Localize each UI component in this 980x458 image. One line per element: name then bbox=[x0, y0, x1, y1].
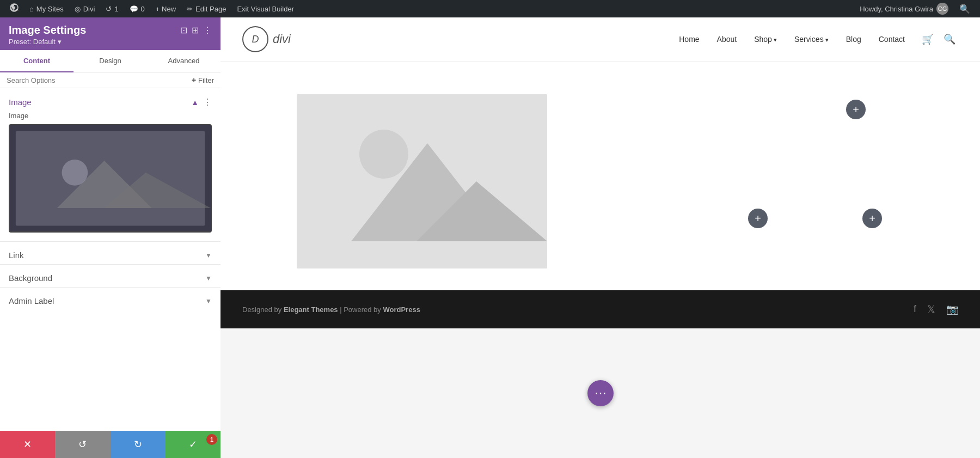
nav-shop[interactable]: Shop bbox=[746, 30, 785, 48]
divi-icon: ◎ bbox=[75, 5, 81, 13]
undo-button[interactable]: ↺ bbox=[55, 431, 110, 458]
logo-circle: D bbox=[242, 26, 268, 52]
edit-page-label: Edit Page bbox=[195, 5, 226, 13]
tab-content[interactable]: Content bbox=[0, 50, 74, 72]
logo-text: divi bbox=[273, 32, 291, 46]
image-section-header[interactable]: Image ▲ ⋮ bbox=[0, 88, 220, 112]
facebook-icon[interactable]: f bbox=[914, 303, 916, 315]
more-icon[interactable]: ⋮ bbox=[203, 25, 212, 35]
site-footer: Designed by Elegant Themes | Powered by … bbox=[220, 290, 980, 328]
undo-icon: ↺ bbox=[78, 438, 87, 450]
cancel-icon: ✕ bbox=[23, 438, 32, 450]
link-expand-icon[interactable]: ▼ bbox=[205, 252, 212, 259]
image-more-icon[interactable]: ⋮ bbox=[203, 97, 212, 107]
cancel-button[interactable]: ✕ bbox=[0, 431, 55, 458]
add-button-mid-right[interactable]: + bbox=[862, 209, 882, 228]
instagram-icon[interactable]: 📷 bbox=[946, 303, 958, 315]
nav-services[interactable]: Services bbox=[787, 30, 836, 48]
footer-wordpress: WordPress bbox=[383, 306, 420, 314]
svg-point-9 bbox=[359, 130, 408, 179]
redo-button[interactable]: ↻ bbox=[111, 431, 166, 458]
filter-label: Filter bbox=[198, 76, 214, 84]
page-preview: D divi Home About Shop Services Blog Con… bbox=[220, 17, 980, 458]
below-footer-area: ⋯ bbox=[220, 328, 980, 458]
edit-page-item[interactable]: ✏ Edit Page bbox=[181, 0, 231, 17]
svg-point-5 bbox=[62, 160, 88, 186]
panel-preset[interactable]: Preset: Default bbox=[9, 38, 212, 46]
save-icon: ✓ bbox=[189, 438, 197, 450]
link-section-header[interactable]: Link ▼ bbox=[0, 242, 220, 264]
comments-item[interactable]: 💬 0 bbox=[124, 0, 150, 17]
admin-search-icon[interactable]: 🔍 bbox=[954, 4, 976, 14]
exit-builder-label: Exit Visual Builder bbox=[237, 5, 294, 13]
search-input[interactable] bbox=[7, 76, 188, 84]
revision-count: 1 bbox=[114, 5, 118, 13]
site-nav: Home About Shop Services Blog Contact 🛒 … bbox=[671, 30, 958, 48]
site-logo[interactable]: D divi bbox=[242, 26, 291, 52]
main-image-placeholder bbox=[297, 94, 547, 268]
comment-count: 0 bbox=[141, 5, 145, 13]
tab-advanced[interactable]: Advanced bbox=[147, 50, 220, 72]
background-section-header[interactable]: Background ▼ bbox=[0, 265, 220, 287]
divi-label: Divi bbox=[83, 5, 95, 13]
float-action-icon: ⋯ bbox=[595, 386, 607, 400]
revision-item[interactable]: ↺ 1 bbox=[100, 0, 124, 17]
image-collapse-icon[interactable]: ▲ bbox=[191, 98, 199, 107]
restore-icon[interactable]: ⊡ bbox=[180, 25, 187, 35]
filter-plus-icon: + bbox=[192, 76, 196, 84]
add-button-mid-left[interactable]: + bbox=[748, 209, 768, 228]
background-expand-icon[interactable]: ▼ bbox=[205, 274, 212, 282]
cart-icon[interactable]: 🛒 bbox=[919, 30, 936, 48]
background-section-title: Background bbox=[9, 273, 52, 283]
twitter-icon[interactable]: 𝕏 bbox=[927, 303, 935, 315]
revision-icon: ↺ bbox=[106, 5, 112, 13]
save-badge: 1 bbox=[206, 434, 217, 445]
sites-icon: ⌂ bbox=[29, 5, 34, 13]
tab-design[interactable]: Design bbox=[74, 50, 147, 72]
image-field-label: Image bbox=[9, 112, 212, 120]
wp-logo-item[interactable] bbox=[4, 0, 24, 17]
admin-label-section: Admin Label ▼ bbox=[0, 287, 220, 310]
avatar: CG bbox=[936, 3, 948, 15]
save-button[interactable]: ✓ 1 bbox=[166, 431, 220, 458]
image-section-content: Image bbox=[0, 112, 220, 241]
nav-home[interactable]: Home bbox=[671, 30, 707, 48]
panel-title: Image Settings bbox=[9, 24, 86, 36]
site-header: D divi Home About Shop Services Blog Con… bbox=[220, 17, 980, 62]
background-section: Background ▼ bbox=[0, 264, 220, 287]
my-sites-item[interactable]: ⌂ My Sites bbox=[24, 0, 69, 17]
redo-icon: ↻ bbox=[134, 438, 142, 450]
new-item[interactable]: + New bbox=[150, 0, 181, 17]
float-action-button[interactable]: ⋯ bbox=[587, 380, 614, 406]
expand-icon[interactable]: ⊞ bbox=[192, 25, 199, 35]
panel-content: Image ▲ ⋮ Image bbox=[0, 88, 220, 458]
howdy-text: Howdy, Christina Gwira bbox=[860, 5, 933, 13]
panel-tabs: Content Design Advanced bbox=[0, 50, 220, 72]
exit-builder-item[interactable]: Exit Visual Builder bbox=[231, 0, 299, 17]
filter-button[interactable]: + Filter bbox=[192, 76, 214, 84]
panel-header: Image Settings ⊡ ⊞ ⋮ Preset: Default bbox=[0, 17, 220, 50]
wordpress-icon bbox=[10, 3, 19, 14]
search-icon[interactable]: 🔍 bbox=[941, 30, 958, 48]
logo-d: D bbox=[252, 34, 259, 45]
howdy-item: Howdy, Christina Gwira CG bbox=[854, 3, 954, 15]
footer-designed-by: Designed by bbox=[242, 306, 284, 314]
bottom-action-bar: ✕ ↺ ↻ ✓ 1 bbox=[0, 431, 220, 458]
new-label: + New bbox=[156, 5, 176, 13]
search-bar: + Filter bbox=[0, 72, 220, 88]
nav-about[interactable]: About bbox=[709, 30, 745, 48]
add-button-top[interactable]: + bbox=[846, 100, 866, 119]
footer-powered-by: | Powered by bbox=[338, 306, 383, 314]
footer-text: Designed by Elegant Themes | Powered by … bbox=[242, 306, 420, 314]
nav-blog[interactable]: Blog bbox=[838, 30, 869, 48]
admin-label-expand-icon[interactable]: ▼ bbox=[205, 297, 212, 305]
image-upload-box[interactable] bbox=[9, 124, 212, 233]
nav-contact[interactable]: Contact bbox=[871, 30, 912, 48]
footer-elegant-themes: Elegant Themes bbox=[284, 306, 338, 314]
admin-label-section-header[interactable]: Admin Label ▼ bbox=[0, 288, 220, 310]
image-section-title: Image bbox=[9, 97, 32, 107]
wp-admin-bar: ⌂ My Sites ◎ Divi ↺ 1 💬 0 + New ✏ Edit P… bbox=[0, 0, 980, 17]
link-section-title: Link bbox=[9, 251, 24, 260]
admin-label-section-title: Admin Label bbox=[9, 296, 54, 306]
divi-item[interactable]: ◎ Divi bbox=[69, 0, 101, 17]
